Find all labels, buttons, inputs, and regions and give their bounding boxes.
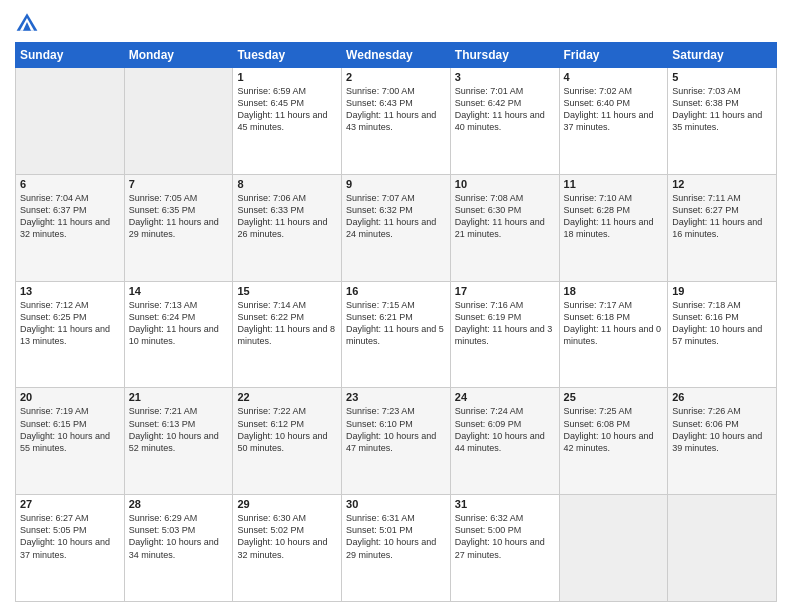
- day-number: 24: [455, 391, 555, 403]
- day-number: 20: [20, 391, 120, 403]
- day-number: 12: [672, 178, 772, 190]
- day-header-friday: Friday: [559, 43, 668, 68]
- day-number: 7: [129, 178, 229, 190]
- cell-details: Sunrise: 7:13 AMSunset: 6:24 PMDaylight:…: [129, 299, 229, 348]
- cell-details: Sunrise: 7:12 AMSunset: 6:25 PMDaylight:…: [20, 299, 120, 348]
- page: SundayMondayTuesdayWednesdayThursdayFrid…: [0, 0, 792, 612]
- calendar-cell: [124, 68, 233, 175]
- header: [15, 10, 777, 34]
- calendar-cell: 22Sunrise: 7:22 AMSunset: 6:12 PMDayligh…: [233, 388, 342, 495]
- day-header-saturday: Saturday: [668, 43, 777, 68]
- day-header-monday: Monday: [124, 43, 233, 68]
- calendar-cell: 24Sunrise: 7:24 AMSunset: 6:09 PMDayligh…: [450, 388, 559, 495]
- cell-details: Sunrise: 6:29 AMSunset: 5:03 PMDaylight:…: [129, 512, 229, 561]
- calendar-cell: 13Sunrise: 7:12 AMSunset: 6:25 PMDayligh…: [16, 281, 125, 388]
- logo: [15, 10, 43, 34]
- cell-details: Sunrise: 7:23 AMSunset: 6:10 PMDaylight:…: [346, 405, 446, 454]
- calendar-week-3: 13Sunrise: 7:12 AMSunset: 6:25 PMDayligh…: [16, 281, 777, 388]
- day-number: 31: [455, 498, 555, 510]
- day-header-sunday: Sunday: [16, 43, 125, 68]
- calendar-cell: 18Sunrise: 7:17 AMSunset: 6:18 PMDayligh…: [559, 281, 668, 388]
- calendar-cell: 29Sunrise: 6:30 AMSunset: 5:02 PMDayligh…: [233, 495, 342, 602]
- cell-details: Sunrise: 7:21 AMSunset: 6:13 PMDaylight:…: [129, 405, 229, 454]
- cell-details: Sunrise: 7:26 AMSunset: 6:06 PMDaylight:…: [672, 405, 772, 454]
- day-number: 25: [564, 391, 664, 403]
- day-number: 23: [346, 391, 446, 403]
- cell-details: Sunrise: 7:06 AMSunset: 6:33 PMDaylight:…: [237, 192, 337, 241]
- day-number: 14: [129, 285, 229, 297]
- calendar-cell: 26Sunrise: 7:26 AMSunset: 6:06 PMDayligh…: [668, 388, 777, 495]
- day-header-tuesday: Tuesday: [233, 43, 342, 68]
- cell-details: Sunrise: 7:08 AMSunset: 6:30 PMDaylight:…: [455, 192, 555, 241]
- cell-details: Sunrise: 7:22 AMSunset: 6:12 PMDaylight:…: [237, 405, 337, 454]
- day-number: 28: [129, 498, 229, 510]
- logo-icon: [15, 10, 39, 34]
- day-number: 29: [237, 498, 337, 510]
- day-number: 22: [237, 391, 337, 403]
- calendar-cell: 16Sunrise: 7:15 AMSunset: 6:21 PMDayligh…: [342, 281, 451, 388]
- calendar-week-1: 1Sunrise: 6:59 AMSunset: 6:45 PMDaylight…: [16, 68, 777, 175]
- cell-details: Sunrise: 7:04 AMSunset: 6:37 PMDaylight:…: [20, 192, 120, 241]
- day-number: 16: [346, 285, 446, 297]
- cell-details: Sunrise: 7:19 AMSunset: 6:15 PMDaylight:…: [20, 405, 120, 454]
- calendar-cell: 3Sunrise: 7:01 AMSunset: 6:42 PMDaylight…: [450, 68, 559, 175]
- cell-details: Sunrise: 7:05 AMSunset: 6:35 PMDaylight:…: [129, 192, 229, 241]
- calendar-week-2: 6Sunrise: 7:04 AMSunset: 6:37 PMDaylight…: [16, 174, 777, 281]
- cell-details: Sunrise: 7:17 AMSunset: 6:18 PMDaylight:…: [564, 299, 664, 348]
- day-number: 21: [129, 391, 229, 403]
- calendar-cell: 28Sunrise: 6:29 AMSunset: 5:03 PMDayligh…: [124, 495, 233, 602]
- calendar-cell: [16, 68, 125, 175]
- day-number: 17: [455, 285, 555, 297]
- day-number: 4: [564, 71, 664, 83]
- day-number: 13: [20, 285, 120, 297]
- cell-details: Sunrise: 7:11 AMSunset: 6:27 PMDaylight:…: [672, 192, 772, 241]
- calendar-cell: 15Sunrise: 7:14 AMSunset: 6:22 PMDayligh…: [233, 281, 342, 388]
- day-number: 3: [455, 71, 555, 83]
- cell-details: Sunrise: 7:01 AMSunset: 6:42 PMDaylight:…: [455, 85, 555, 134]
- cell-details: Sunrise: 7:10 AMSunset: 6:28 PMDaylight:…: [564, 192, 664, 241]
- day-number: 11: [564, 178, 664, 190]
- day-header-wednesday: Wednesday: [342, 43, 451, 68]
- calendar-cell: 20Sunrise: 7:19 AMSunset: 6:15 PMDayligh…: [16, 388, 125, 495]
- day-number: 5: [672, 71, 772, 83]
- cell-details: Sunrise: 7:02 AMSunset: 6:40 PMDaylight:…: [564, 85, 664, 134]
- day-number: 18: [564, 285, 664, 297]
- calendar-cell: 2Sunrise: 7:00 AMSunset: 6:43 PMDaylight…: [342, 68, 451, 175]
- day-number: 15: [237, 285, 337, 297]
- calendar-cell: 21Sunrise: 7:21 AMSunset: 6:13 PMDayligh…: [124, 388, 233, 495]
- day-number: 1: [237, 71, 337, 83]
- calendar-cell: 8Sunrise: 7:06 AMSunset: 6:33 PMDaylight…: [233, 174, 342, 281]
- cell-details: Sunrise: 7:25 AMSunset: 6:08 PMDaylight:…: [564, 405, 664, 454]
- day-number: 6: [20, 178, 120, 190]
- calendar-header-row: SundayMondayTuesdayWednesdayThursdayFrid…: [16, 43, 777, 68]
- day-number: 26: [672, 391, 772, 403]
- calendar-cell: 17Sunrise: 7:16 AMSunset: 6:19 PMDayligh…: [450, 281, 559, 388]
- cell-details: Sunrise: 6:31 AMSunset: 5:01 PMDaylight:…: [346, 512, 446, 561]
- cell-details: Sunrise: 6:59 AMSunset: 6:45 PMDaylight:…: [237, 85, 337, 134]
- calendar-cell: 19Sunrise: 7:18 AMSunset: 6:16 PMDayligh…: [668, 281, 777, 388]
- cell-details: Sunrise: 7:03 AMSunset: 6:38 PMDaylight:…: [672, 85, 772, 134]
- calendar-cell: 6Sunrise: 7:04 AMSunset: 6:37 PMDaylight…: [16, 174, 125, 281]
- calendar-cell: [559, 495, 668, 602]
- cell-details: Sunrise: 6:27 AMSunset: 5:05 PMDaylight:…: [20, 512, 120, 561]
- cell-details: Sunrise: 7:16 AMSunset: 6:19 PMDaylight:…: [455, 299, 555, 348]
- day-number: 19: [672, 285, 772, 297]
- calendar-cell: 4Sunrise: 7:02 AMSunset: 6:40 PMDaylight…: [559, 68, 668, 175]
- calendar-cell: 9Sunrise: 7:07 AMSunset: 6:32 PMDaylight…: [342, 174, 451, 281]
- day-header-thursday: Thursday: [450, 43, 559, 68]
- calendar-cell: 11Sunrise: 7:10 AMSunset: 6:28 PMDayligh…: [559, 174, 668, 281]
- cell-details: Sunrise: 6:30 AMSunset: 5:02 PMDaylight:…: [237, 512, 337, 561]
- calendar-cell: 14Sunrise: 7:13 AMSunset: 6:24 PMDayligh…: [124, 281, 233, 388]
- calendar-cell: [668, 495, 777, 602]
- day-number: 9: [346, 178, 446, 190]
- cell-details: Sunrise: 7:24 AMSunset: 6:09 PMDaylight:…: [455, 405, 555, 454]
- calendar-cell: 5Sunrise: 7:03 AMSunset: 6:38 PMDaylight…: [668, 68, 777, 175]
- day-number: 10: [455, 178, 555, 190]
- day-number: 30: [346, 498, 446, 510]
- day-number: 8: [237, 178, 337, 190]
- cell-details: Sunrise: 7:00 AMSunset: 6:43 PMDaylight:…: [346, 85, 446, 134]
- cell-details: Sunrise: 6:32 AMSunset: 5:00 PMDaylight:…: [455, 512, 555, 561]
- day-number: 2: [346, 71, 446, 83]
- calendar-cell: 27Sunrise: 6:27 AMSunset: 5:05 PMDayligh…: [16, 495, 125, 602]
- cell-details: Sunrise: 7:18 AMSunset: 6:16 PMDaylight:…: [672, 299, 772, 348]
